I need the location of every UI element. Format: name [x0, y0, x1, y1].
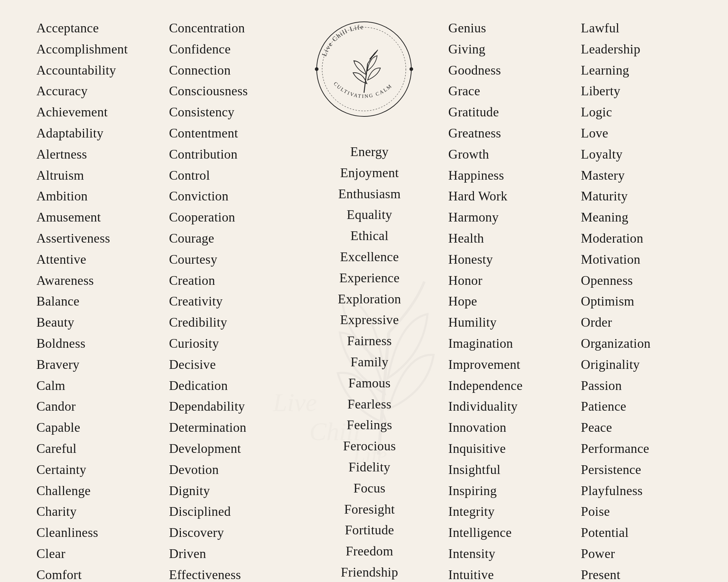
list-item: Concentration [169, 18, 294, 39]
svg-text:CULTIVATING CALM: CULTIVATING CALM [333, 81, 393, 99]
list-item: Fidelity [349, 457, 391, 478]
list-item: Fearless [348, 394, 392, 415]
list-item: Grace [448, 81, 574, 101]
list-item: Innovation [448, 418, 574, 438]
list-item: Ethical [351, 226, 388, 246]
list-item: Accomplishment [36, 39, 162, 60]
list-item: Contentment [169, 123, 294, 144]
list-item: Capable [36, 418, 162, 438]
list-item: Integrity [448, 502, 574, 522]
list-item: Honesty [448, 250, 574, 270]
list-item: Acceptance [36, 18, 162, 39]
list-item: Famous [348, 373, 391, 394]
list-item: Focus [353, 478, 385, 499]
list-item: Insightful [448, 460, 574, 480]
list-item: Exploration [338, 289, 401, 310]
list-item: Assertiveness [36, 228, 162, 249]
list-item: Connection [169, 60, 294, 81]
list-item: Inspiring [448, 481, 574, 501]
list-item: Clear [36, 544, 162, 564]
list-item: Meaning [581, 207, 706, 228]
list-item: Cleanliness [36, 523, 162, 543]
list-item: Careful [36, 439, 162, 459]
column-2: ConcentrationConfidenceConnectionConscio… [162, 18, 294, 582]
list-item: Present [581, 565, 706, 582]
list-item: Confidence [169, 39, 294, 60]
list-item: Loyalty [581, 144, 706, 165]
list-item: Improvement [448, 355, 574, 375]
logo-container: Live Chill Life CULTIVATING CALM [306, 11, 422, 127]
list-item: Devotion [169, 460, 294, 480]
column-4: GeniusGivingGoodnessGraceGratitudeGreatn… [445, 18, 574, 582]
list-item: Growth [448, 144, 574, 165]
list-item: Humility [448, 312, 574, 333]
list-item: Attentive [36, 250, 162, 270]
svg-point-2 [315, 67, 318, 71]
list-item: Genius [448, 18, 574, 39]
list-item: Excellence [340, 247, 399, 267]
list-item: Creativity [169, 291, 294, 312]
list-item: Candor [36, 396, 162, 417]
list-item: Independence [448, 376, 574, 396]
logo-svg: Live Chill Life CULTIVATING CALM [309, 15, 419, 124]
list-item: Consciousness [169, 81, 294, 101]
list-item: Hard Work [448, 186, 574, 207]
list-item: Intuitive [448, 565, 574, 582]
list-item: Freedom [346, 541, 393, 562]
list-item: Gratitude [448, 102, 574, 123]
list-item: Individuality [448, 396, 574, 417]
list-item: Credibility [169, 312, 294, 333]
list-item: Courtesy [169, 250, 294, 270]
list-item: Enjoyment [340, 163, 399, 183]
list-item: Hope [448, 291, 574, 312]
list-item: Decisive [169, 355, 294, 375]
list-item: Harmony [448, 207, 574, 228]
list-item: Giving [448, 39, 574, 60]
list-item: Intelligence [448, 523, 574, 543]
list-item: Fortitude [345, 520, 394, 541]
list-item: Peace [581, 418, 706, 438]
list-item: Imagination [448, 334, 574, 354]
list-item: Playfulness [581, 481, 706, 501]
list-item: Organization [581, 334, 706, 354]
list-item: Greatness [448, 123, 574, 144]
list-item: Power [581, 544, 706, 564]
list-item: Alertness [36, 144, 162, 165]
list-item: Poise [581, 502, 706, 522]
list-item: Goodness [448, 60, 574, 81]
list-item: Dignity [169, 481, 294, 501]
column-1: AcceptanceAccomplishmentAccountabilityAc… [22, 18, 162, 582]
page-container: Live Chill Life CULTIVATING CALM Live [0, 0, 728, 582]
list-item: Logic [581, 102, 706, 123]
list-item: Dedication [169, 376, 294, 396]
list-item: Lawful [581, 18, 706, 39]
list-item: Honor [448, 271, 574, 291]
list-item: Equality [347, 205, 392, 225]
list-item: Charity [36, 502, 162, 522]
list-item: Health [448, 228, 574, 249]
list-item: Amusement [36, 207, 162, 228]
list-item: Passion [581, 376, 706, 396]
list-item: Enthusiasm [338, 184, 401, 204]
list-item: Potential [581, 523, 706, 543]
list-item: Experience [339, 268, 400, 288]
list-item: Order [581, 312, 706, 333]
list-item: Liberty [581, 81, 706, 101]
list-item: Ferocious [343, 436, 396, 457]
list-item: Achievement [36, 102, 162, 123]
list-item: Effectiveness [169, 565, 294, 582]
list-item: Accountability [36, 60, 162, 81]
list-item: Adaptability [36, 123, 162, 144]
list-item: Fairness [347, 331, 392, 351]
list-item: Ambition [36, 186, 162, 207]
list-item: Expressive [340, 310, 399, 330]
list-item: Altruism [36, 166, 162, 186]
list-item: Discovery [169, 523, 294, 543]
list-item: Accuracy [36, 81, 162, 101]
list-item: Certainty [36, 460, 162, 480]
column-5: LawfulLeadershipLearningLibertyLogicLove… [574, 18, 706, 582]
list-item: Energy [350, 142, 388, 162]
list-item: Openness [581, 271, 706, 291]
list-item: Determination [169, 418, 294, 438]
list-item: Driven [169, 544, 294, 564]
